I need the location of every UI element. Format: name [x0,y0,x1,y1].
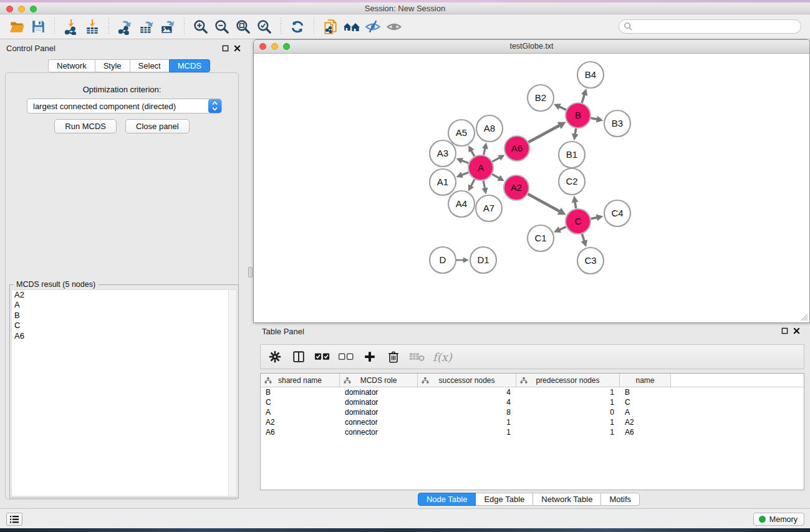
column-header-name[interactable]: name [620,374,671,387]
network-canvas[interactable]: B4B2BB3A5A8A6A3AB1A1C2A2A4A7C4CC1C3DD1 [254,54,809,322]
mcds-result-item[interactable]: B [12,311,236,321]
cell-name[interactable]: A6 [620,428,671,437]
cell-successor-nodes[interactable]: 8 [418,408,516,417]
table-settings-button[interactable] [266,347,284,366]
vertical-split-grip[interactable] [248,267,253,278]
graph-edge-B-B2[interactable] [559,107,566,110]
home-button[interactable] [341,17,362,37]
tab-network[interactable]: Network [48,59,95,72]
table-row[interactable]: A6 connector 1 1 A6 [261,427,804,437]
graph-edge-B-B3[interactable] [591,118,597,119]
task-history-button[interactable] [6,513,22,526]
run-mcds-button[interactable]: Run MCDS [54,119,117,133]
table-row[interactable]: A dominator 8 0 A [261,407,804,417]
graph-edge-A6-B[interactable] [528,125,559,142]
zoom-fit-button[interactable] [233,17,254,37]
cell-mcds-role[interactable]: connector [340,418,418,427]
close-panel-button[interactable]: Close panel [125,119,190,133]
tab-motifs[interactable]: Motifs [600,493,640,506]
close-panel-icon[interactable] [793,327,800,334]
graph-edge-A-A4[interactable] [471,180,475,186]
cell-shared-name[interactable]: A [261,408,340,417]
cell-successor-nodes[interactable]: 4 [418,388,516,397]
tab-node-table[interactable]: Node Table [418,493,476,506]
graph-edge-C-C3[interactable] [582,234,584,241]
table-row[interactable]: B dominator 4 1 B [261,387,804,397]
column-header-successor-nodes[interactable]: successor nodes [418,374,516,387]
cell-name[interactable]: B [620,388,671,397]
show-overview-button[interactable] [383,17,405,37]
column-header-predecessor-nodes[interactable]: predecessor nodes [516,374,620,387]
graph-edge-A-A2[interactable] [492,174,499,178]
network-window-titlebar[interactable]: testGlobe.txt [254,40,809,54]
graph-edge-A-A5[interactable] [471,150,475,157]
tab-network-table[interactable]: Network Table [533,493,601,506]
cell-shared-name[interactable]: A2 [261,418,340,427]
cell-predecessor-nodes[interactable]: 0 [516,408,620,417]
graph-edge-B-B4[interactable] [582,94,584,103]
graph-edge-A-A6[interactable] [493,158,500,162]
refresh-layout-button[interactable] [287,17,308,37]
cell-predecessor-nodes[interactable]: 1 [516,398,620,407]
cell-mcds-role[interactable]: dominator [340,388,418,397]
cell-shared-name[interactable]: A6 [261,428,340,437]
table-row[interactable]: A2 connector 1 1 A2 [261,417,804,427]
zoom-in-button[interactable] [190,17,211,37]
table-row[interactable]: C dominator 4 1 C [261,397,804,407]
criterion-dropdown[interactable]: largest connected component (directed) [27,99,222,114]
tab-mcds[interactable]: MCDS [169,59,210,72]
add-column-button[interactable] [360,347,379,366]
cell-mcds-role[interactable]: dominator [340,398,418,407]
scrollbar-track[interactable] [228,290,236,496]
delete-table-button[interactable] [408,347,427,366]
cell-predecessor-nodes[interactable]: 1 [516,388,620,397]
graph-edge-B-B1[interactable] [575,128,576,135]
cell-name[interactable]: A2 [620,418,671,427]
cell-mcds-role[interactable]: connector [340,428,418,437]
float-panel-icon[interactable] [222,45,229,52]
mcds-result-item[interactable]: A [12,300,236,310]
mcds-result-item[interactable]: C [12,321,236,331]
cell-successor-nodes[interactable]: 1 [418,418,516,427]
open-file-button[interactable] [6,17,27,37]
save-session-button[interactable] [27,17,49,37]
cell-name[interactable]: C [620,398,671,407]
cell-successor-nodes[interactable]: 1 [418,428,516,437]
delete-column-button[interactable] [384,347,403,366]
resize-grip-icon[interactable] [801,314,808,321]
close-panel-icon[interactable] [234,45,241,52]
cell-name[interactable]: A [620,408,671,417]
split-table-button[interactable] [289,347,308,366]
deselect-all-button[interactable] [337,347,355,366]
select-all-button[interactable] [313,347,332,366]
tab-select[interactable]: Select [130,59,170,72]
cell-shared-name[interactable]: C [261,398,340,407]
graph-edge-A2-C[interactable] [528,194,559,211]
mcds-result-list[interactable]: A2 A B C A6 [11,289,237,496]
hide-panels-button[interactable] [362,17,383,37]
cell-mcds-role[interactable]: dominator [340,408,418,417]
cell-predecessor-nodes[interactable]: 1 [516,418,620,427]
tab-edge-table[interactable]: Edge Table [475,493,533,506]
graph-edge-A-A3[interactable] [461,160,468,163]
mcds-result-item[interactable]: A2 [12,290,236,300]
export-image-button[interactable] [157,17,178,37]
graph-edge-A-A1[interactable] [461,172,468,175]
import-network-button[interactable] [60,17,82,37]
cell-successor-nodes[interactable]: 4 [418,398,516,407]
float-panel-icon[interactable] [781,327,788,334]
import-table-button[interactable] [82,17,103,37]
zoom-out-button[interactable] [211,17,233,37]
cell-shared-name[interactable]: B [261,388,340,397]
graph-edge-A-A8[interactable] [484,148,485,155]
export-network-button[interactable] [115,17,136,37]
export-table-button[interactable] [136,17,157,37]
graph-edge-C-C4[interactable] [591,218,597,219]
column-header-mcds-role[interactable]: MCDS role [340,374,418,387]
function-builder-button[interactable]: f(x) [432,351,452,364]
graph-edge-C-C1[interactable] [559,227,566,230]
column-header-shared-name[interactable]: shared name [261,374,340,387]
tab-style[interactable]: Style [95,59,130,72]
graph-edge-A-A7[interactable] [483,181,485,189]
mcds-result-item[interactable]: A6 [12,331,236,341]
